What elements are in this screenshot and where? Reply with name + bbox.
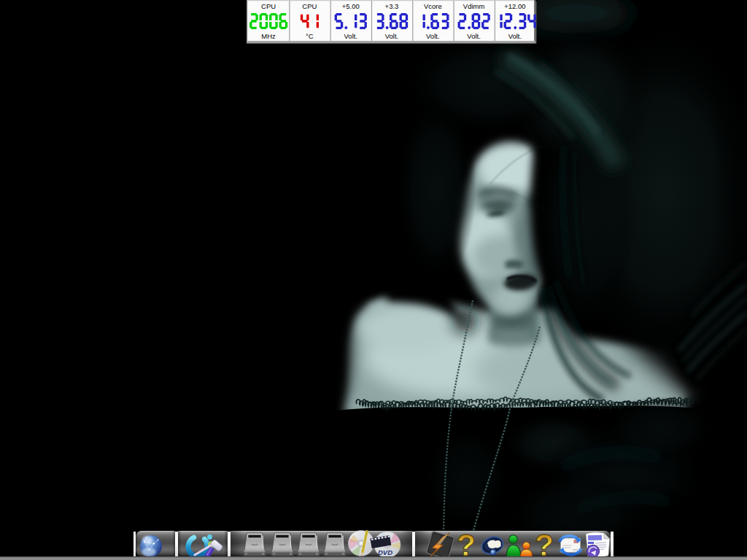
svg-text:?: ? [535,528,554,560]
svg-text:?: ? [457,528,476,560]
svg-text:DVD: DVD [378,548,392,556]
